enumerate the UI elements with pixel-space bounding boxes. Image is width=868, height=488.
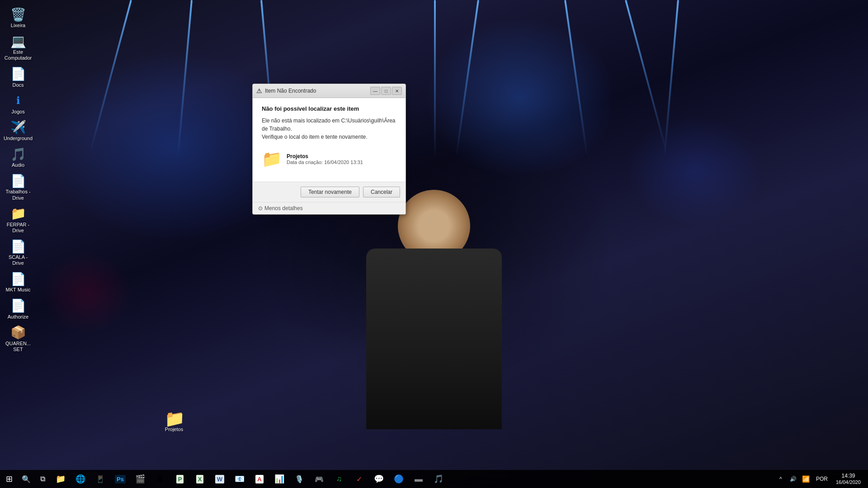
- project-icon: P: [176, 475, 184, 483]
- taskbar-app-game[interactable]: 🎮: [309, 470, 329, 488]
- ferpar-label: FERPAR -Drive: [7, 222, 30, 234]
- dialog-close-button[interactable]: ✕: [392, 87, 402, 95]
- tray-expand-icon: ^: [779, 476, 782, 482]
- taskbar-search-button[interactable]: 🔍: [18, 470, 34, 488]
- todoist-icon: ✓: [356, 475, 362, 483]
- taskbar-app-excel[interactable]: X: [190, 470, 210, 488]
- dialog-footer: ⊙ Menos detalhes: [253, 202, 406, 214]
- trabalhos-icon: 📄: [11, 174, 25, 188]
- mkt-icon: 📄: [11, 272, 25, 286]
- clock-date: 16/04/2020: [836, 479, 861, 485]
- taskbar-app-music[interactable]: 🎵: [429, 470, 448, 488]
- taskbar-app-todoist[interactable]: ✓: [349, 470, 369, 488]
- desktop-icon-trabalhos-drive[interactable]: 📄 Trabalhos -Drive: [0, 171, 36, 203]
- trabalhos-label: Trabalhos -Drive: [5, 189, 30, 201]
- taskbar-task-view-button[interactable]: ⧉: [34, 470, 51, 488]
- task-view-icon: ⧉: [40, 475, 45, 483]
- lixeira-icon: 🗑️: [11, 7, 25, 22]
- dialog-item-date: Data da criação: 16/04/2020 13:31: [287, 160, 363, 165]
- desktop-icon-ferpar-drive[interactable]: 📁 FERPAR -Drive: [0, 204, 36, 236]
- taskbar-app-livestream[interactable]: 🎙️: [289, 470, 309, 488]
- start-button[interactable]: ⊞: [0, 470, 18, 488]
- dj-body: [366, 249, 502, 429]
- system-tray: ^ 🔊 📶 POR 14:39 16/04/2020: [772, 470, 868, 488]
- taskbar-app-photoshop[interactable]: Ps: [110, 470, 130, 488]
- desktop-folder-projetos[interactable]: 📁 Projetos: [163, 408, 185, 434]
- taskbar-app-explorer[interactable]: 📁: [51, 470, 71, 488]
- desktop-icon-lixeira[interactable]: 🗑️ Lixeira: [0, 5, 36, 31]
- explorer-icon: 📁: [56, 474, 66, 484]
- tray-volume-button[interactable]: 🔊: [788, 470, 799, 488]
- dialog-date-label: Data da criação:: [287, 160, 323, 165]
- jogos-label: Jogos: [11, 109, 24, 115]
- desktop-icon-mkt-music[interactable]: 📄 MKT Music: [0, 269, 36, 296]
- dialog-warning-icon: ⚠: [256, 87, 262, 94]
- language-label: POR: [816, 476, 828, 482]
- scala-icon: 📄: [11, 239, 25, 253]
- dialog-item-folder-icon: 📁: [262, 151, 282, 167]
- taskbar-app-autocad[interactable]: A: [250, 470, 269, 488]
- lixeira-label: Lixeira: [11, 23, 25, 28]
- taskbar-app-onenote[interactable]: 📊: [269, 470, 289, 488]
- audio-icon: 🎵: [11, 147, 25, 161]
- dialog-details-toggle[interactable]: ⊙ Menos detalhes: [258, 205, 400, 211]
- dialog-description-line1: Ele não está mais localizado em C:\Usuár…: [262, 117, 395, 132]
- dialog-buttons-row: Tentar novamente Cancelar: [253, 182, 406, 202]
- start-icon: ⊞: [6, 474, 13, 484]
- dialog-details-label: Menos detalhes: [264, 205, 303, 211]
- desktop-icon-este-computador[interactable]: 💻 EsteComputador: [0, 31, 36, 64]
- dialog-item-row: 📁 Projetos Data da criação: 16/04/2020 1…: [262, 147, 396, 171]
- taskbar-app-spotify[interactable]: ♫: [329, 470, 349, 488]
- taskbar-app-word[interactable]: W: [210, 470, 230, 488]
- clock-time: 14:39: [841, 473, 855, 479]
- desktop-icon-underground[interactable]: ✈️ Underground: [0, 117, 36, 144]
- projetos-folder-icon: 📁: [165, 409, 184, 426]
- desktop-icon-jogos[interactable]: ℹ Jogos: [0, 91, 36, 117]
- taskbar-app-edge[interactable]: 🌐: [71, 470, 90, 488]
- search-icon: 🔍: [22, 475, 31, 483]
- edge-icon: 🌐: [75, 474, 85, 484]
- game-icon: 🎮: [315, 475, 324, 483]
- desktop-icon-scala-drive[interactable]: 📄 SCALA -Drive: [0, 236, 36, 269]
- dialog-titlebar: ⚠ Item Não Encontrado — □ ✕: [253, 84, 406, 98]
- projetos-folder-label: Projetos: [165, 427, 183, 432]
- desktop-icon-docs[interactable]: 📄 Docs: [0, 64, 36, 91]
- details-arrow-icon: ⊙: [258, 205, 263, 211]
- taskbar-app-chrome[interactable]: 🔵: [389, 470, 409, 488]
- quarenset-icon: 📦: [11, 325, 25, 340]
- taskbar-app-terminal[interactable]: ▬: [409, 470, 429, 488]
- word-icon: W: [215, 475, 224, 483]
- taskbar-app-media-player[interactable]: 🎬: [130, 470, 150, 488]
- dialog-date-value: 16/04/2020 13:31: [324, 160, 363, 165]
- network-icon: 📶: [802, 475, 810, 483]
- dialog-description: Ele não está mais localizado em C:\Usuár…: [262, 117, 396, 141]
- dj-figure: [276, 176, 592, 470]
- tray-language-button[interactable]: POR: [813, 470, 830, 488]
- taskbar-app-whatsapp[interactable]: 💬: [369, 470, 389, 488]
- dialog-maximize-button[interactable]: □: [381, 87, 391, 95]
- taskbar-app-project[interactable]: P: [170, 470, 190, 488]
- item-not-found-dialog: ⚠ Item Não Encontrado — □ ✕ Não foi poss…: [252, 84, 406, 215]
- desktop-icons-container: 🗑️ Lixeira 💻 EsteComputador 📄 Docs ℹ Jog…: [0, 5, 36, 355]
- whatsapp-icon: 💬: [374, 474, 384, 484]
- tray-network-button[interactable]: 📶: [801, 470, 811, 488]
- taskbar-app-calculator[interactable]: 🖩: [150, 470, 170, 488]
- desktop-icon-authorize[interactable]: 📄 Authorize: [0, 296, 36, 323]
- calculator-icon: 🖩: [156, 474, 164, 484]
- taskbar-app-outlook[interactable]: 📧: [230, 470, 250, 488]
- taskbar-app-nox[interactable]: 📱: [90, 470, 110, 488]
- desktop-icon-audio[interactable]: 🎵 Audio: [0, 144, 36, 171]
- authorize-label: Authorize: [8, 314, 28, 320]
- tray-clock[interactable]: 14:39 16/04/2020: [832, 470, 864, 488]
- dialog-description-line2: Verifique o local do item e tente novame…: [262, 134, 367, 140]
- desktop-icon-quarenset[interactable]: 📦 QUAREN...SET: [0, 323, 36, 355]
- dialog-minimize-button[interactable]: —: [370, 87, 380, 95]
- dialog-retry-button[interactable]: Tentar novamente: [301, 187, 359, 197]
- nox-icon: 📱: [96, 475, 105, 483]
- photoshop-icon: Ps: [115, 475, 126, 483]
- authorize-icon: 📄: [11, 299, 25, 313]
- spotlight-4: [434, 0, 436, 158]
- dialog-window-controls: — □ ✕: [370, 87, 402, 95]
- dialog-cancel-button[interactable]: Cancelar: [363, 187, 400, 197]
- tray-chevron-button[interactable]: ^: [775, 470, 786, 488]
